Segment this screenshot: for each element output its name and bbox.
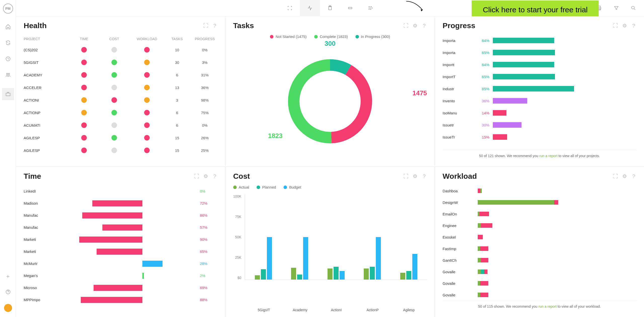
cost-bar-group bbox=[318, 194, 354, 280]
tasks-title: Tasks bbox=[233, 21, 254, 30]
donut-label-not-started: 1475 bbox=[412, 89, 427, 97]
expand-icon[interactable]: ⛶ bbox=[203, 23, 209, 28]
time-row[interactable]: Marketi65% bbox=[24, 245, 215, 257]
tasks-donut bbox=[282, 54, 378, 149]
tasks-widget: Tasks ⛶ ⚙ ? Not Started (1475)Complete (… bbox=[226, 16, 435, 166]
cost-title: Cost bbox=[233, 172, 250, 180]
time-row[interactable]: Microso69% bbox=[24, 282, 215, 294]
time-row[interactable]: Manufac86% bbox=[24, 209, 215, 221]
clipboard-icon[interactable] bbox=[320, 0, 340, 16]
health-title: Health bbox=[24, 21, 47, 30]
card-icon[interactable] bbox=[340, 0, 360, 16]
progress-row[interactable]: Importa65% bbox=[442, 47, 636, 59]
search-icon[interactable] bbox=[630, 5, 636, 11]
workload-row[interactable]: Exoskel bbox=[442, 231, 636, 243]
svg-rect-3 bbox=[6, 93, 10, 96]
home-icon[interactable] bbox=[5, 24, 11, 30]
expand-icon[interactable]: ⛶ bbox=[403, 173, 409, 179]
health-row[interactable]: ACCELER 13 36% bbox=[24, 81, 218, 94]
health-row[interactable]: ACTIONI 3 98% bbox=[24, 94, 218, 106]
health-row[interactable]: ACUMATI 6 0% bbox=[24, 119, 218, 131]
donut-label-in-progress: 300 bbox=[325, 40, 335, 48]
expand-icon[interactable]: ⛶ bbox=[613, 23, 618, 28]
cost-bar-group bbox=[245, 194, 281, 280]
arrow-annotation bbox=[405, 0, 425, 13]
workload-row[interactable]: FastImp bbox=[442, 243, 636, 254]
legend-item: In Progress (300) bbox=[355, 34, 390, 39]
workload-row[interactable]: Enginee bbox=[442, 220, 636, 231]
gear-icon[interactable]: ⚙ bbox=[412, 23, 418, 28]
gear-icon[interactable]: ⚙ bbox=[622, 173, 627, 179]
add-button[interactable]: + bbox=[6, 273, 10, 280]
cost-bar-group bbox=[354, 194, 391, 280]
progress-row[interactable]: Invento36% bbox=[442, 95, 636, 107]
workload-row[interactable]: Dashboa bbox=[442, 185, 636, 197]
svg-point-9 bbox=[372, 8, 372, 8]
team-icon[interactable] bbox=[5, 72, 11, 78]
progress-row[interactable]: Importa64% bbox=[442, 34, 636, 47]
expand-icon[interactable]: ⛶ bbox=[613, 173, 618, 179]
roadmap-icon[interactable] bbox=[360, 0, 380, 16]
clock-icon[interactable] bbox=[5, 56, 11, 62]
health-row[interactable]: ACTIONP 6 75% bbox=[24, 106, 218, 119]
health-row[interactable]: ACADEMY 6 31% bbox=[24, 69, 218, 81]
activity-icon[interactable] bbox=[300, 0, 320, 16]
svg-point-14 bbox=[632, 6, 634, 9]
health-row[interactable]: AGILESP 15 26% bbox=[24, 131, 218, 144]
workload-footer: 50 of 115 shown. We recommend you run a … bbox=[442, 301, 636, 312]
progress-footer: 50 of 121 shown. We recommend you run a … bbox=[442, 150, 636, 161]
gear-icon[interactable]: ⚙ bbox=[412, 173, 418, 179]
gear-icon[interactable]: ⚙ bbox=[203, 173, 209, 179]
logo[interactable]: PM bbox=[3, 4, 13, 14]
workload-row[interactable]: GanttCh bbox=[442, 254, 636, 266]
legend-item: Planned bbox=[257, 185, 276, 189]
help-icon[interactable] bbox=[5, 289, 11, 295]
filter-icon[interactable] bbox=[613, 5, 619, 11]
cost-bar-group bbox=[391, 194, 427, 280]
workload-row[interactable]: EmailOn bbox=[442, 208, 636, 220]
expand-icon[interactable]: ⛶ bbox=[403, 23, 409, 28]
help-icon[interactable]: ? bbox=[631, 173, 636, 179]
progress-row[interactable]: Importt64% bbox=[442, 59, 636, 71]
legend-item: Complete (1823) bbox=[314, 34, 348, 39]
progress-row[interactable]: ImportT65% bbox=[442, 71, 636, 83]
time-row[interactable]: MPPImpo88% bbox=[24, 294, 215, 306]
time-row[interactable]: Megan's2% bbox=[24, 269, 215, 282]
topbar: Click here to start your free trial bbox=[16, 0, 644, 16]
help-icon[interactable]: ? bbox=[421, 23, 427, 28]
refresh-icon[interactable] bbox=[5, 40, 11, 46]
time-row[interactable]: Manufac57% bbox=[24, 221, 215, 233]
help-icon[interactable]: ? bbox=[421, 173, 427, 179]
svg-point-2 bbox=[8, 73, 9, 75]
workload-row[interactable]: DesignW bbox=[442, 197, 636, 208]
health-row[interactable]: (CS)202 10 0% bbox=[24, 43, 218, 56]
cost-bar-group bbox=[281, 194, 318, 280]
time-row[interactable]: Madison72% bbox=[24, 197, 215, 209]
briefcase-icon[interactable] bbox=[2, 88, 14, 100]
workload-row[interactable]: Govalle bbox=[442, 266, 636, 278]
health-row[interactable]: 5GIGSIT 30 3% bbox=[24, 56, 218, 69]
progress-row[interactable]: IssueTr15% bbox=[442, 131, 636, 143]
health-row[interactable]: AGILESP 15 25% bbox=[24, 144, 218, 157]
progress-row[interactable]: IsoManu14% bbox=[442, 107, 636, 119]
help-icon[interactable]: ? bbox=[631, 23, 636, 28]
time-row[interactable]: McMurtr28% bbox=[24, 257, 215, 269]
workload-row[interactable]: Govalle bbox=[442, 278, 636, 289]
time-row[interactable]: LinkedI0% bbox=[24, 185, 215, 197]
health-columns: PROJECT TIME COST WORKLOAD TASKS PROGRES… bbox=[24, 34, 218, 43]
time-row[interactable]: Marketi90% bbox=[24, 233, 215, 245]
run-report-link[interactable]: run a report bbox=[539, 154, 557, 158]
svg-point-10 bbox=[371, 9, 371, 10]
expand-icon[interactable]: ⛶ bbox=[194, 173, 199, 179]
legend-item: Actual bbox=[233, 185, 249, 189]
help-icon[interactable]: ? bbox=[212, 173, 218, 179]
progress-row[interactable]: Industr85% bbox=[442, 83, 636, 95]
avatar[interactable] bbox=[4, 304, 12, 312]
donut-label-complete: 1823 bbox=[268, 132, 283, 140]
progress-row[interactable]: Issuetr30% bbox=[442, 119, 636, 131]
gear-icon[interactable]: ⚙ bbox=[622, 23, 627, 28]
help-icon[interactable]: ? bbox=[212, 23, 218, 28]
workload-row[interactable]: Govalle bbox=[442, 289, 636, 301]
run-report-link[interactable]: run a report bbox=[538, 304, 556, 308]
scan-icon[interactable] bbox=[280, 0, 300, 16]
